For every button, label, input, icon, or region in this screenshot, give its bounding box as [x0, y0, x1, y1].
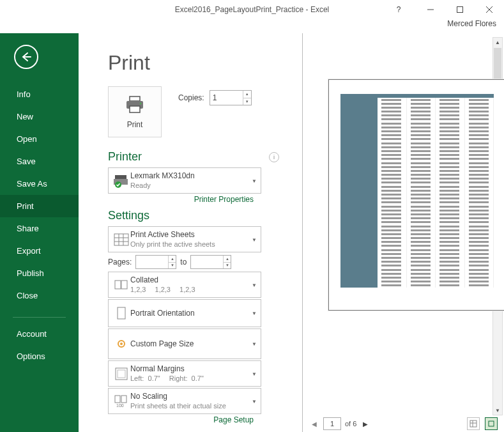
svg-text:100: 100: [116, 403, 124, 408]
svg-point-20: [120, 343, 123, 345]
back-button[interactable]: [14, 45, 38, 69]
prev-page-button[interactable]: ◀: [309, 420, 319, 428]
sidebar-item-saveas[interactable]: Save As: [0, 173, 79, 195]
page-total-label: of 6: [345, 420, 356, 428]
svg-rect-22: [118, 370, 125, 378]
margins-select[interactable]: Normal Margins Left: 0.7" Right: 0.7" ▼: [108, 360, 261, 387]
scroll-down-icon[interactable]: ▼: [493, 406, 502, 415]
next-page-button[interactable]: ▶: [360, 420, 370, 428]
margins-icon: [112, 366, 130, 382]
help-button[interactable]: ?: [389, 0, 408, 19]
sidebar-item-new[interactable]: New: [0, 105, 79, 128]
svg-rect-1: [457, 7, 463, 13]
portrait-icon: [112, 305, 130, 321]
print-button-label: Print: [127, 120, 143, 129]
sidebar-item-close[interactable]: Close: [0, 284, 79, 307]
printer-heading: Printer: [108, 150, 142, 164]
printer-properties-link[interactable]: Printer Properties: [108, 195, 254, 204]
svg-rect-4: [130, 96, 140, 101]
printer-icon: [124, 95, 146, 116]
pagesize-select[interactable]: Custom Page Size ▼: [108, 328, 261, 359]
svg-rect-23: [115, 396, 120, 403]
scroll-up-icon[interactable]: ▲: [493, 38, 502, 47]
page-heading: Print: [108, 51, 291, 75]
svg-rect-11: [114, 234, 128, 245]
print-preview-pane: ▲ ▼ ◀ 1 of 6 ▶: [302, 33, 504, 432]
info-icon[interactable]: i: [269, 152, 279, 162]
chevron-down-icon: ▼: [252, 236, 257, 242]
svg-rect-17: [121, 281, 127, 289]
sidebar-item-open[interactable]: Open: [0, 128, 79, 150]
print-what-select[interactable]: Print Active Sheets Only print the activ…: [108, 226, 261, 252]
collated-icon: [112, 277, 130, 293]
page-setup-link[interactable]: Page Setup: [108, 415, 254, 424]
orientation-select[interactable]: Portrait Orientation ▼: [108, 299, 261, 327]
collation-select[interactable]: Collated 1,2,3 1,2,3 1,2,3 ▼: [108, 272, 261, 298]
sidebar-item-info[interactable]: Info: [0, 83, 79, 105]
sidebar-item-options[interactable]: Options: [0, 345, 79, 367]
svg-rect-26: [470, 420, 477, 427]
preview-page: [328, 79, 504, 311]
scaling-icon: 100: [112, 393, 130, 410]
sidebar-item-publish[interactable]: Publish: [0, 262, 79, 284]
printer-name: Lexmark MX310dn: [130, 171, 257, 181]
minimize-button[interactable]: [416, 0, 445, 19]
svg-rect-8: [115, 175, 126, 179]
printer-status: Ready: [130, 181, 257, 190]
sidebar-divider: [13, 317, 66, 318]
chevron-down-icon: ▼: [252, 311, 257, 316]
svg-rect-18: [118, 307, 125, 319]
svg-rect-24: [121, 396, 126, 403]
scaling-select[interactable]: 100 No Scaling Print sheets at their act…: [108, 388, 261, 414]
printer-select[interactable]: Lexmark MX310dn Ready ▼: [108, 167, 261, 194]
close-button[interactable]: [475, 0, 504, 19]
chevron-down-icon: ▼: [252, 371, 257, 376]
chevron-down-icon: ▼: [252, 282, 257, 288]
pages-to-label: to: [180, 258, 187, 266]
sheets-icon: [112, 231, 130, 248]
titlebar: Excel2016_PageLayoutPrint_Practice - Exc…: [0, 0, 504, 19]
svg-rect-6: [130, 106, 140, 112]
pages-to-input[interactable]: ▲▼: [190, 255, 231, 269]
zoom-to-page-button[interactable]: [485, 417, 498, 430]
chevron-down-icon: ▼: [252, 178, 257, 183]
maximize-button[interactable]: [445, 0, 475, 19]
sidebar-item-print[interactable]: Print: [0, 195, 79, 217]
sidebar-item-save[interactable]: Save: [0, 150, 79, 173]
backstage-sidebar: Info New Open Save Save As Print Share E…: [0, 33, 79, 432]
pages-from-input[interactable]: ▲▼: [135, 255, 176, 269]
copies-label: Copies:: [178, 93, 204, 102]
chevron-down-icon: ▼: [252, 398, 257, 404]
chevron-down-icon: ▼: [252, 341, 257, 347]
svg-rect-16: [115, 281, 121, 289]
svg-rect-29: [489, 421, 494, 426]
sidebar-item-account[interactable]: Account: [0, 323, 79, 345]
page-number-input[interactable]: 1: [323, 417, 341, 430]
show-margins-button[interactable]: [467, 417, 480, 430]
printer-status-icon: [112, 173, 130, 189]
sidebar-item-export[interactable]: Export: [0, 240, 79, 262]
settings-heading: Settings: [108, 209, 149, 222]
svg-point-7: [140, 102, 142, 104]
sidebar-item-share[interactable]: Share: [0, 217, 79, 240]
pagesize-icon: [112, 336, 130, 352]
user-name: Merced Flores: [0, 19, 504, 33]
copies-spinner[interactable]: ▲▼: [243, 91, 251, 105]
pages-label: Pages:: [108, 258, 132, 266]
print-button[interactable]: Print: [108, 86, 162, 137]
copies-input[interactable]: 1 ▲▼: [210, 90, 252, 105]
